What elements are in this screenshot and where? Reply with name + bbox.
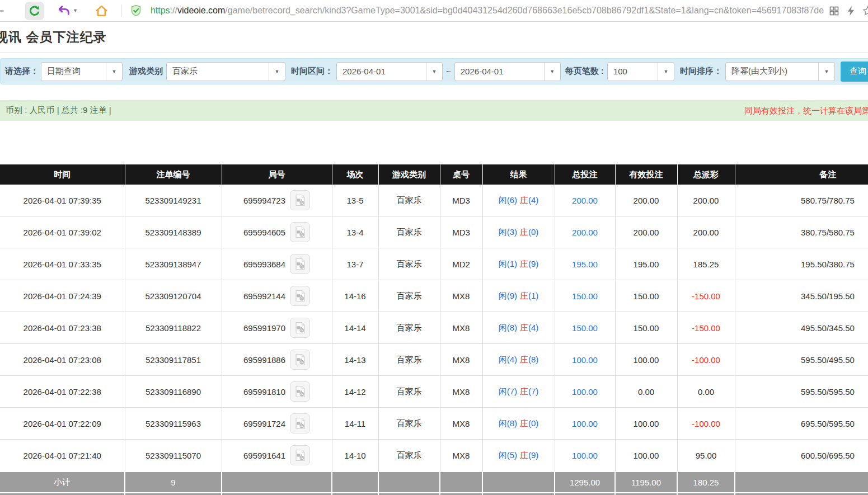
total-bet-link[interactable]: 200.00 <box>555 216 615 248</box>
game-type-cell: 百家乐 <box>378 280 440 312</box>
summary-empty-cell <box>482 472 555 493</box>
sort-order-label: 时间排序： <box>680 66 722 77</box>
total-bet-link[interactable]: 100.00 <box>555 408 615 440</box>
result-cell: 闲(9)庄(1) <box>482 280 555 312</box>
date-from-select[interactable]: 2026-04-01 ▼ <box>336 62 443 81</box>
browser-toolbar: ▼ https://videoie.com/game/betrecord_sea… <box>0 0 868 22</box>
remark-cell: 695.50/595.50 <box>735 408 868 440</box>
undo-button[interactable]: ▼ <box>56 3 79 19</box>
back-icon-partial[interactable] <box>0 10 4 12</box>
video-replay-button[interactable] <box>290 350 310 370</box>
column-header: 备注 <box>735 164 868 185</box>
summary-empty-cell <box>440 472 482 493</box>
chevron-down-icon[interactable]: ▼ <box>269 63 285 81</box>
video-replay-button[interactable] <box>290 254 310 274</box>
date-to-select[interactable]: 2026-04-01 ▼ <box>454 62 561 81</box>
result-cell: 闲(3)庄(0) <box>482 216 555 248</box>
banker-result: 庄 <box>520 259 528 268</box>
summary-count-cell: 9 <box>125 493 222 495</box>
per-page-select[interactable]: 100 ▼ <box>607 62 674 81</box>
round-cell: 695991810 <box>222 376 332 408</box>
video-replay-button[interactable] <box>290 381 310 402</box>
game-type-cell: 百家乐 <box>378 248 440 280</box>
sort-order-select[interactable]: 降幂(由大到小) ▼ <box>725 62 835 81</box>
banker-result-number: (4) <box>528 195 538 205</box>
time-cell: 2026-04-01 07:39:35 <box>0 185 125 216</box>
table-code-cell: MX8 <box>440 440 482 472</box>
banker-result-number: (9) <box>528 259 538 268</box>
banker-result-number: (4) <box>528 323 538 332</box>
session-cell: 14-12 <box>332 376 378 408</box>
url-text[interactable]: https://videoie.com/game/betrecord_searc… <box>151 6 824 16</box>
game-type-cell: 百家乐 <box>378 408 440 440</box>
video-replay-button[interactable] <box>290 286 310 306</box>
summary-valid-bet-cell: 1195.00 <box>615 472 677 493</box>
chevron-down-icon[interactable]: ▼ <box>658 63 674 81</box>
time-cell: 2026-04-01 07:39:02 <box>0 216 125 248</box>
player-result: 闲(5) <box>499 450 517 460</box>
banker-result-number: (0) <box>528 227 538 237</box>
qr-code-button[interactable] <box>828 5 840 17</box>
chevron-down-icon[interactable]: ▼ <box>544 63 560 81</box>
player-result: 闲(6) <box>499 195 517 205</box>
session-cell: 14-14 <box>332 312 378 344</box>
date-range-label: 时间区间： <box>291 66 333 77</box>
url-separator: :// <box>170 6 177 15</box>
player-result: 闲(4) <box>499 355 517 364</box>
total-bet-link[interactable]: 100.00 <box>555 440 615 472</box>
security-shield-icon[interactable] <box>129 4 143 17</box>
column-header: 局号 <box>222 164 332 185</box>
total-bet-link[interactable]: 195.00 <box>555 248 615 280</box>
column-header: 注单编号 <box>125 164 222 185</box>
table-row: 2026-04-01 07:39:02 523309148389 6959946… <box>0 216 868 248</box>
time-cell: 2026-04-01 07:22:38 <box>0 376 125 408</box>
flash-plugin-button[interactable] <box>845 5 857 17</box>
qr-code-icon <box>828 5 840 17</box>
round-number: 695991970 <box>243 323 285 333</box>
total-bet-link[interactable]: 150.00 <box>555 312 615 344</box>
player-result: 闲(8) <box>499 418 517 428</box>
reload-button[interactable] <box>25 2 44 20</box>
video-replay-button[interactable] <box>290 190 310 210</box>
remark-cell: 600.50/695.50 <box>735 440 868 472</box>
video-file-icon <box>293 417 307 430</box>
total-bet-link[interactable]: 100.00 <box>555 376 615 408</box>
bookmark-star-icon <box>862 5 868 17</box>
session-cell: 14-11 <box>332 408 378 440</box>
chevron-down-icon[interactable]: ▼ <box>426 63 442 81</box>
date-to-value: 2026-04-01 <box>455 67 544 76</box>
banker-result: 庄 <box>520 291 528 300</box>
url-host: videoie.com <box>177 6 225 15</box>
payout-cell: -150.00 <box>677 280 735 312</box>
total-bet-link[interactable]: 200.00 <box>555 185 615 216</box>
summary-empty-cell <box>332 493 378 495</box>
table-row: 2026-04-01 07:22:38 523309116890 6959918… <box>0 376 868 408</box>
time-cell: 2026-04-01 07:33:35 <box>0 248 125 280</box>
search-button[interactable]: 查询 <box>841 62 868 82</box>
video-replay-button[interactable] <box>290 445 310 465</box>
chevron-down-icon[interactable]: ▼ <box>818 63 834 81</box>
player-result: 闲(1) <box>499 259 517 268</box>
bookmark-star-button[interactable] <box>862 5 868 17</box>
total-bet-link[interactable]: 150.00 <box>555 280 615 312</box>
query-type-select[interactable]: 日期查询 ▼ <box>41 62 123 81</box>
chevron-down-icon[interactable]: ▼ <box>106 63 122 81</box>
video-replay-button[interactable] <box>290 413 310 433</box>
video-file-icon <box>293 257 307 271</box>
home-button[interactable] <box>93 3 110 19</box>
game-type-select[interactable]: 百家乐 ▼ <box>166 62 285 81</box>
total-bet-link[interactable]: 100.00 <box>555 344 615 376</box>
video-replay-button[interactable] <box>290 318 310 338</box>
column-header: 总投注 <box>555 164 615 185</box>
summary-empty-cell <box>378 472 440 493</box>
summary-empty-cell <box>482 493 555 495</box>
round-number: 695991724 <box>243 419 285 428</box>
summary-payout-cell: 180.25 <box>677 472 735 493</box>
video-replay-button[interactable] <box>290 222 310 242</box>
undo-dropdown-caret[interactable]: ▼ <box>73 8 78 13</box>
table-code-cell: MX8 <box>440 376 482 408</box>
session-cell: 14-13 <box>332 344 378 376</box>
address-bar[interactable]: https://videoie.com/game/betrecord_searc… <box>129 4 824 17</box>
remark-cell: 580.75/780.75 <box>735 185 868 216</box>
remark-cell: 495.50/345.50 <box>735 312 868 344</box>
